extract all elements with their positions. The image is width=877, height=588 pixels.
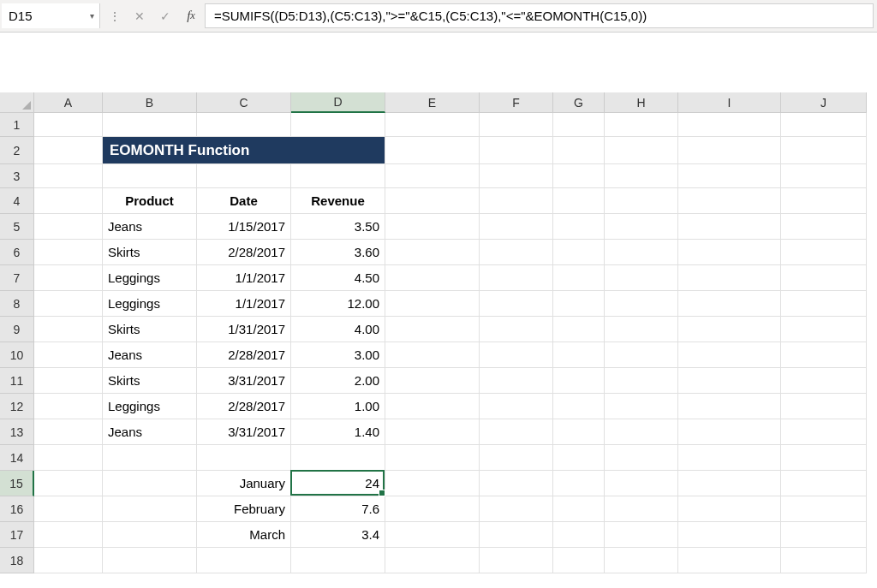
- enter-icon[interactable]: ✓: [157, 8, 174, 25]
- cell[interactable]: [385, 445, 480, 471]
- cell[interactable]: [781, 496, 867, 522]
- cell[interactable]: [605, 368, 678, 394]
- cell-revenue[interactable]: 3.00: [291, 342, 385, 368]
- cell[interactable]: [678, 496, 781, 522]
- cell[interactable]: [605, 291, 678, 317]
- cell[interactable]: [34, 214, 103, 240]
- cell-revenue[interactable]: 4.50: [291, 265, 385, 291]
- column-header[interactable]: A: [34, 92, 103, 113]
- cell[interactable]: [781, 214, 867, 240]
- cell[interactable]: [553, 471, 605, 496]
- cell[interactable]: [553, 394, 605, 419]
- row-header[interactable]: 3: [0, 164, 34, 188]
- cell[interactable]: [781, 188, 867, 214]
- cell[interactable]: [678, 522, 781, 548]
- cell[interactable]: [605, 496, 678, 522]
- cell[interactable]: [34, 164, 103, 188]
- cell-month[interactable]: January: [197, 471, 291, 496]
- row-header[interactable]: 17: [0, 522, 34, 548]
- cell-date[interactable]: 2/28/2017: [197, 394, 291, 419]
- cell[interactable]: [197, 113, 291, 137]
- cell[interactable]: [197, 548, 291, 573]
- column-header[interactable]: I: [678, 92, 781, 113]
- cell[interactable]: [605, 317, 678, 342]
- cell[interactable]: [553, 317, 605, 342]
- cell[interactable]: [197, 445, 291, 471]
- row-header[interactable]: 8: [0, 291, 34, 317]
- cell[interactable]: [34, 394, 103, 419]
- cell[interactable]: [34, 113, 103, 137]
- cell[interactable]: [678, 113, 781, 137]
- row-header[interactable]: 4: [0, 188, 34, 214]
- cell[interactable]: [553, 214, 605, 240]
- cell[interactable]: [34, 419, 103, 445]
- cell[interactable]: [34, 137, 103, 164]
- cell[interactable]: [480, 164, 553, 188]
- cell[interactable]: [480, 214, 553, 240]
- cell[interactable]: [480, 291, 553, 317]
- title-cell[interactable]: EOMONTH Function: [103, 137, 385, 164]
- cell[interactable]: [781, 164, 867, 188]
- cell[interactable]: [385, 522, 480, 548]
- cell[interactable]: [678, 137, 781, 164]
- name-box-dropdown-icon[interactable]: ▾: [84, 11, 99, 21]
- cell[interactable]: [480, 496, 553, 522]
- cell[interactable]: [385, 164, 480, 188]
- cell[interactable]: [605, 548, 678, 573]
- cell[interactable]: [480, 240, 553, 265]
- cell-product[interactable]: Leggings: [103, 394, 197, 419]
- cell[interactable]: [197, 164, 291, 188]
- cell[interactable]: [34, 496, 103, 522]
- cell[interactable]: [480, 368, 553, 394]
- cell[interactable]: [678, 445, 781, 471]
- cell[interactable]: [678, 265, 781, 291]
- cell[interactable]: [385, 137, 480, 164]
- cell[interactable]: [678, 368, 781, 394]
- cell-revenue[interactable]: 2.00: [291, 368, 385, 394]
- cell[interactable]: [553, 548, 605, 573]
- cell-date[interactable]: 2/28/2017: [197, 342, 291, 368]
- cell[interactable]: [553, 419, 605, 445]
- cell[interactable]: [34, 471, 103, 496]
- cell[interactable]: [678, 164, 781, 188]
- cell[interactable]: [480, 419, 553, 445]
- cell[interactable]: [291, 445, 385, 471]
- cell[interactable]: [385, 265, 480, 291]
- cell[interactable]: [605, 522, 678, 548]
- cell[interactable]: [385, 368, 480, 394]
- cell[interactable]: [678, 214, 781, 240]
- cell-date[interactable]: 1/1/2017: [197, 265, 291, 291]
- cell[interactable]: [385, 214, 480, 240]
- cell[interactable]: [34, 368, 103, 394]
- cell[interactable]: [553, 496, 605, 522]
- row-header[interactable]: 14: [0, 445, 34, 471]
- cell-product[interactable]: Skirts: [103, 317, 197, 342]
- cell[interactable]: [34, 291, 103, 317]
- cell-product[interactable]: Skirts: [103, 368, 197, 394]
- cell[interactable]: [605, 445, 678, 471]
- cell[interactable]: [385, 317, 480, 342]
- cell[interactable]: [34, 240, 103, 265]
- cell[interactable]: [103, 445, 197, 471]
- cell-product[interactable]: Leggings: [103, 291, 197, 317]
- cell[interactable]: [385, 471, 480, 496]
- cell[interactable]: [605, 342, 678, 368]
- cell-month[interactable]: March: [197, 522, 291, 548]
- cell[interactable]: [480, 137, 553, 164]
- cell[interactable]: [480, 394, 553, 419]
- cell[interactable]: [385, 548, 480, 573]
- cell[interactable]: [34, 188, 103, 214]
- name-box-wrap[interactable]: ▾: [2, 3, 100, 28]
- cell-product[interactable]: Leggings: [103, 265, 197, 291]
- cell[interactable]: [781, 240, 867, 265]
- cell[interactable]: [781, 419, 867, 445]
- cell[interactable]: [605, 188, 678, 214]
- cell[interactable]: [605, 137, 678, 164]
- row-header[interactable]: 11: [0, 368, 34, 394]
- header-product[interactable]: Product: [103, 188, 197, 214]
- cell[interactable]: [385, 113, 480, 137]
- column-header[interactable]: F: [480, 92, 553, 113]
- row-header[interactable]: 15: [0, 471, 34, 496]
- row-header[interactable]: 5: [0, 214, 34, 240]
- header-revenue[interactable]: Revenue: [291, 188, 385, 214]
